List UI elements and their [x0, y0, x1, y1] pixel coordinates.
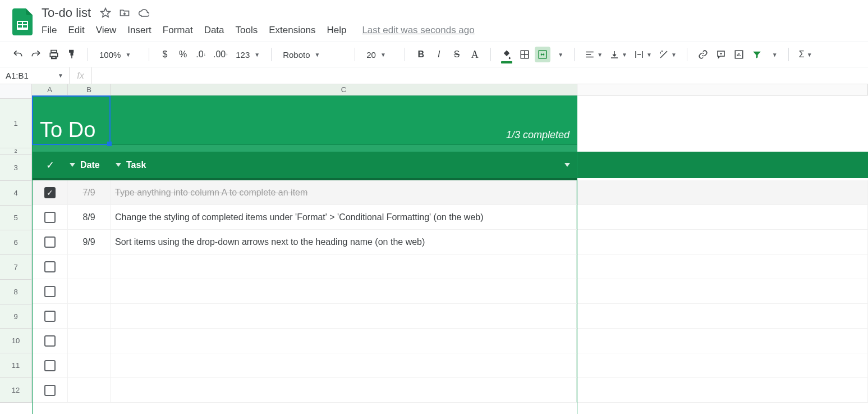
- name-box[interactable]: A1:B1 ▼: [0, 67, 70, 84]
- menu-help[interactable]: Help: [327, 25, 346, 36]
- insert-comment-button[interactable]: [713, 47, 729, 62]
- checkbox[interactable]: [44, 360, 56, 371]
- row-header-6[interactable]: 6: [0, 230, 32, 255]
- filter-icon-end[interactable]: [563, 161, 572, 170]
- menu-data[interactable]: Data: [204, 25, 224, 36]
- italic-button[interactable]: I: [431, 47, 447, 62]
- checkbox[interactable]: [44, 335, 56, 347]
- checkbox[interactable]: [44, 236, 56, 248]
- filter-dropdown[interactable]: ▼: [767, 47, 780, 62]
- checkbox-cell[interactable]: [32, 279, 68, 304]
- percent-button[interactable]: %: [175, 47, 191, 62]
- row-header-11[interactable]: 11: [0, 353, 32, 378]
- increase-decimal-button[interactable]: .00↑: [211, 47, 230, 62]
- empty-cell[interactable]: [577, 230, 868, 254]
- empty-cell[interactable]: [577, 304, 868, 329]
- column-header-rest[interactable]: [577, 84, 868, 95]
- date-cell[interactable]: [68, 279, 111, 304]
- column-header-b[interactable]: B: [68, 84, 111, 95]
- horizontal-align-button[interactable]: ▼: [582, 47, 605, 62]
- checkbox-cell[interactable]: [32, 329, 68, 353]
- font-size-select[interactable]: 20▼: [363, 47, 397, 62]
- empty-cell[interactable]: [577, 279, 868, 304]
- text-wrap-button[interactable]: ▼: [632, 47, 654, 62]
- merge-cells-button[interactable]: [535, 47, 550, 62]
- redo-button[interactable]: [28, 47, 44, 62]
- row-header-1[interactable]: 1: [0, 99, 32, 148]
- menu-insert[interactable]: Insert: [127, 25, 151, 36]
- paint-format-button[interactable]: [64, 47, 80, 62]
- checkbox-cell[interactable]: [32, 254, 68, 279]
- row-header-8[interactable]: 8: [0, 280, 32, 304]
- menu-extensions[interactable]: Extensions: [269, 25, 315, 36]
- star-icon[interactable]: [100, 7, 111, 19]
- checkbox-cell[interactable]: [32, 304, 68, 329]
- vertical-align-button[interactable]: ▼: [607, 47, 630, 62]
- filter-icon-date[interactable]: [68, 161, 77, 170]
- checkbox[interactable]: [44, 261, 56, 272]
- menu-view[interactable]: View: [96, 25, 117, 36]
- number-format-select[interactable]: 123▼: [232, 47, 263, 62]
- zoom-select[interactable]: 100%▼: [96, 47, 141, 62]
- row-header-2[interactable]: 2: [0, 148, 32, 155]
- checkbox[interactable]: [44, 187, 56, 198]
- sheets-app-icon[interactable]: [11, 8, 34, 36]
- move-icon[interactable]: [119, 7, 130, 19]
- empty-cell[interactable]: [577, 180, 868, 205]
- task-cell[interactable]: [111, 279, 577, 304]
- text-rotation-button[interactable]: ▼: [656, 47, 679, 62]
- decrease-decimal-button[interactable]: .0↓: [193, 47, 209, 62]
- date-cell[interactable]: [68, 329, 111, 353]
- row-header-10[interactable]: 10: [0, 329, 32, 353]
- row-header-3[interactable]: 3: [0, 155, 32, 181]
- date-cell[interactable]: [68, 254, 111, 279]
- filter-button[interactable]: [749, 47, 765, 62]
- insert-chart-button[interactable]: [731, 47, 747, 62]
- menu-tools[interactable]: Tools: [236, 25, 258, 36]
- empty-cell[interactable]: [577, 353, 868, 378]
- date-cell[interactable]: [68, 353, 111, 378]
- checkbox[interactable]: [44, 385, 56, 396]
- column-header-c[interactable]: C: [111, 84, 577, 95]
- functions-button[interactable]: Σ▼: [797, 47, 815, 62]
- borders-button[interactable]: [517, 47, 532, 62]
- empty-cell[interactable]: [577, 329, 868, 353]
- checkbox-cell[interactable]: [32, 353, 68, 378]
- insert-link-button[interactable]: [695, 47, 711, 62]
- date-cell[interactable]: 8/9: [68, 205, 111, 230]
- date-cell[interactable]: 7/9: [68, 180, 111, 205]
- checkbox-cell[interactable]: [32, 378, 68, 403]
- banner-row-2[interactable]: [32, 145, 577, 152]
- currency-button[interactable]: $: [157, 47, 173, 62]
- filter-icon-task[interactable]: [114, 161, 123, 170]
- column-header-a[interactable]: A: [32, 84, 68, 95]
- task-cell[interactable]: Change the styling of completed items un…: [111, 205, 577, 230]
- print-button[interactable]: [46, 47, 62, 62]
- row-header-12[interactable]: 12: [0, 378, 32, 403]
- task-cell[interactable]: Type anything into column A to complete …: [111, 180, 577, 205]
- select-all-corner[interactable]: [0, 84, 32, 99]
- undo-button[interactable]: [10, 47, 26, 62]
- task-cell[interactable]: Sort items using the drop-down arrows ne…: [111, 230, 577, 254]
- row-header-4[interactable]: 4: [0, 181, 32, 206]
- bold-button[interactable]: B: [413, 47, 429, 62]
- font-select[interactable]: Roboto▼: [279, 47, 347, 62]
- task-cell[interactable]: [111, 353, 577, 378]
- date-cell[interactable]: 9/9: [68, 230, 111, 254]
- banner-cell[interactable]: To Do 1/3 completed: [32, 95, 577, 145]
- checkbox[interactable]: [44, 286, 56, 297]
- date-cell[interactable]: [68, 378, 111, 403]
- strikethrough-button[interactable]: S: [449, 47, 465, 62]
- merge-dropdown[interactable]: ▼: [553, 47, 566, 62]
- task-cell[interactable]: [111, 378, 577, 403]
- checkbox[interactable]: [44, 311, 56, 322]
- task-cell[interactable]: [111, 329, 577, 353]
- text-color-button[interactable]: A: [467, 47, 483, 62]
- row-header-9[interactable]: 9: [0, 304, 32, 329]
- row-header-5[interactable]: 5: [0, 206, 32, 230]
- cloud-status-icon[interactable]: [138, 7, 149, 19]
- menu-file[interactable]: File: [42, 25, 57, 36]
- checkbox[interactable]: [44, 212, 56, 223]
- empty-cell[interactable]: [577, 378, 868, 403]
- fill-color-button[interactable]: [499, 47, 515, 62]
